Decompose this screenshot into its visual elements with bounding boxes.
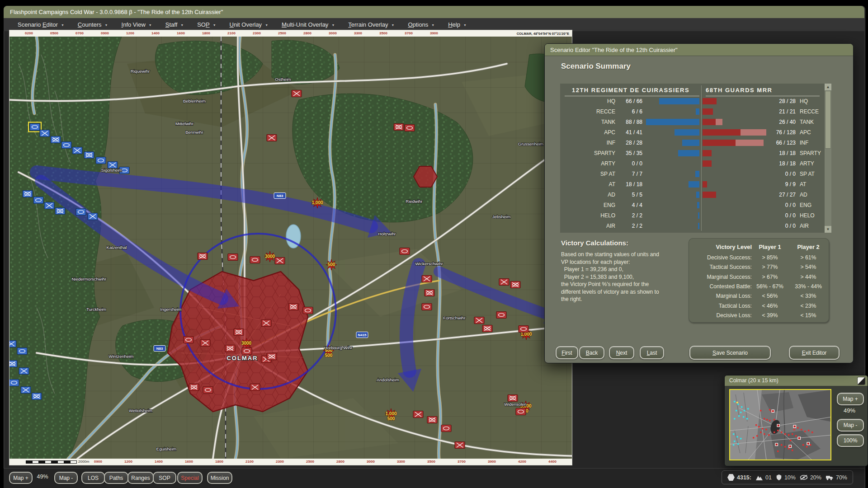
toolbar-ranges-button[interactable]: Ranges bbox=[127, 472, 154, 484]
unit-counter-blue[interactable] bbox=[40, 130, 50, 137]
unit-counter-red[interactable] bbox=[303, 307, 313, 314]
scrollbar-thumb[interactable] bbox=[825, 91, 831, 149]
menu-scenario-editor[interactable]: Scenario Editor▼ bbox=[11, 18, 71, 31]
unit-counter-red[interactable] bbox=[200, 340, 210, 347]
unit-counter-blue[interactable] bbox=[51, 136, 61, 143]
menu-staff[interactable]: Staff▼ bbox=[159, 18, 190, 31]
unit-counter-blue[interactable] bbox=[9, 380, 19, 386]
unit-counter-red[interactable] bbox=[519, 326, 528, 333]
unit-counter-red[interactable] bbox=[499, 279, 509, 286]
unit-counter-blue[interactable] bbox=[84, 152, 94, 159]
victory-level-table: Victory Level Player 1 Player 2 Decisive… bbox=[689, 238, 829, 323]
right-force-value: 66 / 123 bbox=[755, 140, 796, 146]
minimap-view[interactable] bbox=[729, 389, 831, 460]
unit-counter-red[interactable] bbox=[405, 125, 415, 131]
minimap-100-button[interactable]: 100% bbox=[837, 434, 864, 447]
unit-counter-red[interactable] bbox=[427, 417, 437, 423]
minimap-collapse-icon[interactable] bbox=[857, 377, 865, 385]
scroll-up-icon[interactable]: ▲ bbox=[825, 84, 831, 90]
unit-counter-red[interactable] bbox=[422, 276, 432, 282]
toolbar-los-button[interactable]: LOS bbox=[81, 472, 105, 484]
unit-counter-red[interactable] bbox=[441, 425, 451, 432]
minimap-titlebar[interactable]: Colmar (20 x 15 km) bbox=[725, 375, 868, 386]
unit-counter-red[interactable] bbox=[250, 384, 260, 391]
unit-counter-red[interactable] bbox=[242, 348, 252, 355]
unit-counter-red[interactable] bbox=[250, 257, 260, 263]
unit-counter-red[interactable] bbox=[203, 387, 213, 394]
unit-counter-red[interactable] bbox=[234, 329, 244, 336]
unit-counter-red[interactable] bbox=[184, 337, 193, 343]
unit-counter-red[interactable] bbox=[425, 290, 434, 296]
menu-unit-overlay[interactable]: Unit Overlay▼ bbox=[223, 18, 275, 31]
unit-counter-blue[interactable] bbox=[28, 122, 41, 132]
toolbar-mission-button[interactable]: Mission bbox=[207, 472, 232, 484]
unit-counter-red[interactable] bbox=[267, 135, 277, 141]
wargame-map[interactable]: 1,000300050030005005001,0005001,0005,000… bbox=[9, 37, 572, 459]
first-button[interactable]: First bbox=[556, 346, 578, 359]
back-button[interactable]: Back bbox=[579, 346, 604, 359]
menu-multi-unit-overlay[interactable]: Multi-Unit Overlay▼ bbox=[275, 18, 341, 31]
dialog-titlebar[interactable]: Scenario Editor "The Ride of the 12th Cu… bbox=[545, 44, 853, 56]
unit-counter-blue[interactable] bbox=[72, 147, 82, 154]
unit-counter-blue[interactable] bbox=[17, 348, 27, 355]
unit-counter-blue[interactable] bbox=[32, 393, 42, 400]
save-scenario-button[interactable]: Save Scenario bbox=[689, 346, 771, 360]
unit-counter-red[interactable] bbox=[413, 411, 423, 418]
unit-counter-blue[interactable] bbox=[61, 142, 71, 149]
unit-counter-red[interactable] bbox=[198, 253, 208, 260]
unit-counter-blue[interactable] bbox=[55, 208, 65, 215]
next-button[interactable]: Next bbox=[609, 346, 634, 359]
toolbar-map-button[interactable]: Map - bbox=[54, 472, 78, 484]
left-force-bar bbox=[682, 140, 699, 146]
player1-threshold: > 67% bbox=[752, 274, 788, 280]
unit-counter-blue[interactable] bbox=[19, 368, 29, 375]
minimap-map-button[interactable]: Map + bbox=[837, 393, 864, 405]
unit-counter-red[interactable] bbox=[474, 317, 484, 324]
menu-terrain-overlay[interactable]: Terrain Overlay▼ bbox=[341, 18, 401, 31]
toolbar-special-button[interactable]: Special bbox=[177, 472, 203, 484]
unit-counter-red[interactable] bbox=[482, 325, 492, 332]
unit-counter-blue[interactable] bbox=[44, 202, 54, 209]
map-canvas[interactable]: 1,000300050030005005001,0005001,0005,000… bbox=[9, 37, 572, 459]
unit-counter-red[interactable] bbox=[400, 248, 410, 255]
unit-counter-blue[interactable] bbox=[96, 157, 106, 164]
toolbar-paths-button[interactable]: Paths bbox=[104, 472, 128, 484]
toolbar-sop-button[interactable]: SOP bbox=[153, 472, 176, 484]
unit-counter-blue[interactable] bbox=[23, 191, 33, 197]
exit-editor-button[interactable]: Exit Editor bbox=[789, 346, 840, 360]
menu-sop[interactable]: SOP▼ bbox=[190, 18, 222, 31]
unit-counter-red[interactable] bbox=[292, 90, 302, 97]
unit-counter-blue[interactable] bbox=[76, 209, 86, 216]
player1-threshold: < 56% bbox=[752, 293, 788, 299]
unit-counter-red[interactable] bbox=[422, 304, 432, 310]
last-button[interactable]: Last bbox=[640, 346, 664, 359]
victory-level-label: Tactical Success: bbox=[689, 264, 752, 270]
minimap-map-button[interactable]: Map - bbox=[837, 419, 864, 432]
unit-counter-red[interactable] bbox=[455, 442, 465, 449]
unit-counter-blue[interactable] bbox=[9, 361, 17, 367]
table-scrollbar[interactable]: ▲ ▼ bbox=[825, 84, 831, 233]
unit-counter-red[interactable] bbox=[510, 282, 520, 288]
unit-counter-red[interactable] bbox=[496, 312, 506, 319]
unit-counter-red[interactable] bbox=[261, 320, 271, 327]
unit-counter-red[interactable] bbox=[288, 304, 298, 310]
unit-counter-red[interactable] bbox=[225, 345, 235, 352]
unit-counter-red[interactable] bbox=[394, 124, 404, 131]
unit-counter-red[interactable] bbox=[275, 258, 285, 264]
unit-counter-red[interactable] bbox=[508, 395, 518, 402]
unit-counter-blue[interactable] bbox=[9, 341, 16, 347]
menu-options[interactable]: Options▼ bbox=[401, 18, 441, 31]
right-force-header: 68TH GUARDS MRR bbox=[706, 87, 772, 94]
unit-counter-blue[interactable] bbox=[33, 197, 43, 204]
menu-info-view[interactable]: Info View▼ bbox=[115, 18, 159, 31]
toolbar-map-button[interactable]: Map + bbox=[9, 472, 33, 484]
unit-counter-red[interactable] bbox=[516, 408, 526, 415]
unit-counter-red[interactable] bbox=[228, 254, 238, 261]
menu-help[interactable]: Help▼ bbox=[441, 18, 473, 31]
unit-counter-red[interactable] bbox=[189, 384, 199, 391]
unit-counter-blue[interactable] bbox=[88, 213, 98, 220]
unit-counter-red[interactable] bbox=[267, 353, 277, 360]
scroll-down-icon[interactable]: ▼ bbox=[825, 226, 831, 233]
unit-counter-blue[interactable] bbox=[21, 387, 31, 394]
menu-counters[interactable]: Counters▼ bbox=[71, 18, 115, 31]
